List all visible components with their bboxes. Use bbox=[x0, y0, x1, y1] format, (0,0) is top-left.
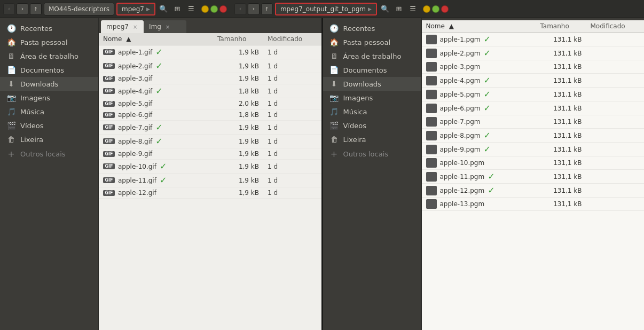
breadcrumb-left[interactable]: MO445-descriptors bbox=[44, 3, 114, 15]
file-name: apple-12.gif bbox=[118, 189, 156, 197]
gif-icon: GIF bbox=[103, 138, 115, 144]
up-btn-left[interactable]: ↑ bbox=[30, 3, 42, 15]
table-row[interactable]: GIF apple-3.gif 1,9 kB 1 d bbox=[99, 73, 321, 84]
sidebar-item-videos-left[interactable]: 🎬 Vídeos bbox=[0, 119, 98, 132]
table-row[interactable]: apple-13.pgm 131,1 kB bbox=[422, 198, 645, 211]
file-name: apple-7.gif bbox=[118, 124, 152, 131]
downloads-icon-right: ⬇ bbox=[329, 80, 339, 88]
sidebar-item-desktop-left[interactable]: 🖥 Área de trabalho bbox=[0, 49, 98, 63]
table-row[interactable]: GIF apple-6.gif 1,8 kB 1 d bbox=[99, 109, 321, 121]
back-btn-right[interactable]: ‹ bbox=[234, 3, 246, 15]
sidebar-item-music-right[interactable]: 🎵 Música bbox=[323, 105, 421, 119]
tab-mpeg7-close[interactable]: × bbox=[133, 24, 137, 30]
active-tab-label-left[interactable]: mpeg7 ▶ bbox=[116, 3, 155, 15]
table-row[interactable]: apple-8.pgm ✓ 131,1 kB bbox=[422, 129, 645, 143]
table-row[interactable]: GIF apple-11.gif ✓ 1,9 kB 1 d bbox=[99, 174, 321, 187]
table-row[interactable]: apple-7.pgm 131,1 kB bbox=[422, 115, 645, 129]
check-icon: ✓ bbox=[155, 86, 162, 96]
file-modified: 1 d bbox=[263, 109, 321, 121]
back-btn-left[interactable]: ‹ bbox=[3, 3, 15, 15]
table-row[interactable]: GIF apple-4.gif ✓ 1,8 kB 1 d bbox=[99, 84, 321, 98]
table-row[interactable]: GIF apple-10.gif ✓ 1,9 kB 1 d bbox=[99, 160, 321, 174]
menu-btn-left[interactable]: ☰ bbox=[185, 3, 197, 15]
file-size: 1,9 kB bbox=[213, 121, 263, 135]
close-btn-right[interactable] bbox=[441, 5, 449, 13]
col-header-name-right[interactable]: Nome ▲ bbox=[422, 20, 536, 33]
file-size: 131,1 kB bbox=[536, 33, 586, 46]
pgm-icon bbox=[426, 131, 437, 140]
sidebar-item-trash-right[interactable]: 🗑 Lixeira bbox=[323, 132, 421, 146]
forward-btn-right[interactable]: › bbox=[248, 3, 260, 15]
sidebar-item-downloads-left[interactable]: ⬇ Downloads bbox=[0, 77, 98, 91]
sidebar-item-docs-left[interactable]: 📄 Documentos bbox=[0, 63, 98, 77]
table-row[interactable]: apple-6.pgm ✓ 131,1 kB bbox=[422, 101, 645, 115]
sidebar-item-trash-left[interactable]: 🗑 Lixeira bbox=[0, 132, 98, 146]
sidebar-label-docs-left: Documentos bbox=[20, 66, 92, 74]
table-row[interactable]: apple-9.pgm ✓ 131,1 kB bbox=[422, 143, 645, 156]
tab-img-close[interactable]: × bbox=[166, 24, 170, 30]
search-btn-left[interactable]: 🔍 bbox=[158, 3, 169, 15]
sidebar-item-other-right[interactable]: + Outros locais bbox=[323, 146, 421, 162]
active-tab-label-right[interactable]: mpeg7_output_git_to_pgm ▶ bbox=[275, 3, 377, 15]
sidebar-item-docs-right[interactable]: 📄 Documentos bbox=[323, 63, 421, 77]
col-header-modified-right[interactable]: Modificado bbox=[586, 20, 645, 33]
grid-btn-left[interactable]: ⊞ bbox=[171, 3, 183, 15]
file-name: apple-5.gif bbox=[118, 100, 152, 107]
docs-icon-right: 📄 bbox=[329, 66, 339, 74]
file-modified: 1 d bbox=[263, 73, 321, 84]
sidebar-item-images-right[interactable]: 📷 Imagens bbox=[323, 91, 421, 105]
table-row[interactable]: GIF apple-7.gif ✓ 1,9 kB 1 d bbox=[99, 121, 321, 135]
table-row[interactable]: GIF apple-9.gif 1,9 kB 1 d bbox=[99, 148, 321, 160]
minimize-btn-right[interactable] bbox=[423, 5, 430, 13]
table-row[interactable]: apple-12.pgm ✓ 131,1 kB bbox=[422, 184, 645, 198]
sidebar-item-recentes-left[interactable]: 🕐 Recentes bbox=[0, 21, 98, 35]
maximize-btn[interactable] bbox=[210, 5, 218, 13]
file-name: apple-11.pgm bbox=[440, 173, 485, 180]
sidebar-item-desktop-right[interactable]: 🖥 Área de trabalho bbox=[323, 49, 421, 63]
up-btn-right[interactable]: ↑ bbox=[261, 3, 273, 15]
search-btn-right[interactable]: 🔍 bbox=[379, 3, 391, 15]
col-header-name-left[interactable]: Nome ▲ bbox=[99, 33, 213, 45]
table-row[interactable]: GIF apple-1.gif ✓ 1,9 kB 1 d bbox=[99, 45, 321, 59]
gif-icon: GIF bbox=[103, 124, 115, 130]
sidebar-item-pasta-right[interactable]: 🏠 Pasta pessoal bbox=[323, 35, 421, 49]
menu-btn-right[interactable]: ☰ bbox=[407, 3, 419, 15]
sidebar-item-recentes-right[interactable]: 🕐 Recentes bbox=[323, 21, 421, 35]
check-icon: ✓ bbox=[484, 89, 491, 99]
file-size: 131,1 kB bbox=[536, 115, 586, 129]
table-row[interactable]: apple-5.pgm ✓ 131,1 kB bbox=[422, 88, 645, 101]
sidebar-item-other-left[interactable]: + Outros locais bbox=[0, 146, 98, 162]
pgm-icon bbox=[426, 90, 437, 99]
tab-mpeg7[interactable]: mpeg7 × bbox=[101, 20, 144, 33]
tab-img[interactable]: Img × bbox=[144, 20, 186, 33]
table-row[interactable]: GIF apple-5.gif 2,0 kB 1 d bbox=[99, 98, 321, 109]
col-header-size-left[interactable]: Tamanho bbox=[213, 33, 263, 45]
file-name: apple-12.pgm bbox=[440, 187, 485, 194]
sidebar-item-images-left[interactable]: 📷 Imagens bbox=[0, 91, 98, 105]
table-row[interactable]: apple-1.pgm ✓ 131,1 kB bbox=[422, 33, 645, 46]
forward-btn-left[interactable]: › bbox=[17, 3, 28, 15]
table-row[interactable]: apple-4.pgm ✓ 131,1 kB bbox=[422, 74, 645, 88]
file-modified: 1 d bbox=[263, 84, 321, 98]
table-row[interactable]: apple-2.pgm ✓ 131,1 kB bbox=[422, 46, 645, 60]
table-row[interactable]: apple-3.pgm 131,1 kB bbox=[422, 60, 645, 74]
table-row[interactable]: GIF apple-2.gif ✓ 1,9 kB 1 d bbox=[99, 59, 321, 73]
col-header-modified-left[interactable]: Modificado bbox=[263, 33, 321, 45]
sidebar-item-music-left[interactable]: 🎵 Música bbox=[0, 105, 98, 119]
file-modified bbox=[586, 101, 645, 115]
grid-btn-right[interactable]: ⊞ bbox=[393, 3, 405, 15]
table-row[interactable]: apple-10.pgm 131,1 kB bbox=[422, 156, 645, 170]
sidebar-item-downloads-right[interactable]: ⬇ Downloads bbox=[323, 77, 421, 91]
maximize-btn-right[interactable] bbox=[432, 5, 439, 13]
sidebar-label-videos-left: Vídeos bbox=[20, 122, 92, 130]
sidebar-item-pasta-left[interactable]: 🏠 Pasta pessoal bbox=[0, 35, 98, 49]
table-row[interactable]: apple-11.pgm ✓ 131,1 kB bbox=[422, 170, 645, 184]
sidebar-item-videos-right[interactable]: 🎬 Vídeos bbox=[323, 119, 421, 132]
file-modified: 1 d bbox=[263, 135, 321, 148]
minimize-btn[interactable] bbox=[201, 5, 209, 13]
table-row[interactable]: GIF apple-12.gif 1,9 kB 1 d bbox=[99, 187, 321, 199]
col-header-size-right[interactable]: Tamanho bbox=[536, 20, 586, 33]
table-row[interactable]: GIF apple-8.gif ✓ 1,9 kB 1 d bbox=[99, 135, 321, 148]
file-modified bbox=[586, 143, 645, 156]
close-btn[interactable] bbox=[219, 5, 227, 13]
